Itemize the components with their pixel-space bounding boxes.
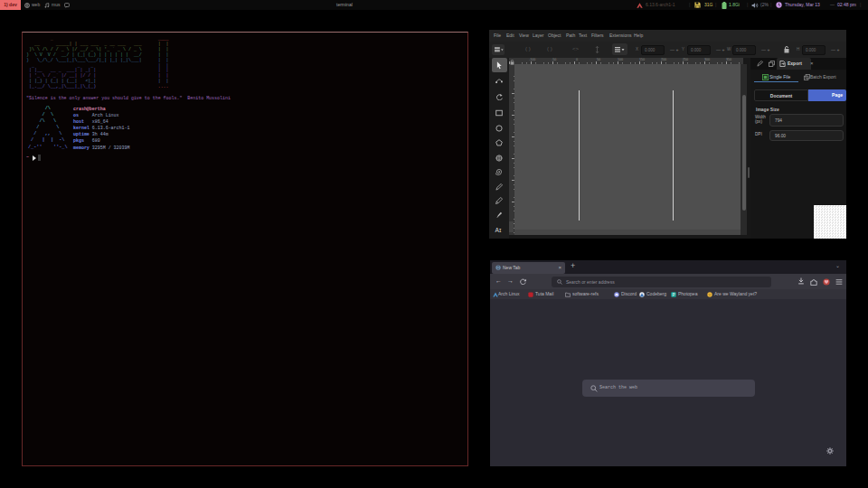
svg-text:P: P: [673, 293, 675, 297]
svg-text:Aɪ: Aɪ: [495, 227, 502, 233]
